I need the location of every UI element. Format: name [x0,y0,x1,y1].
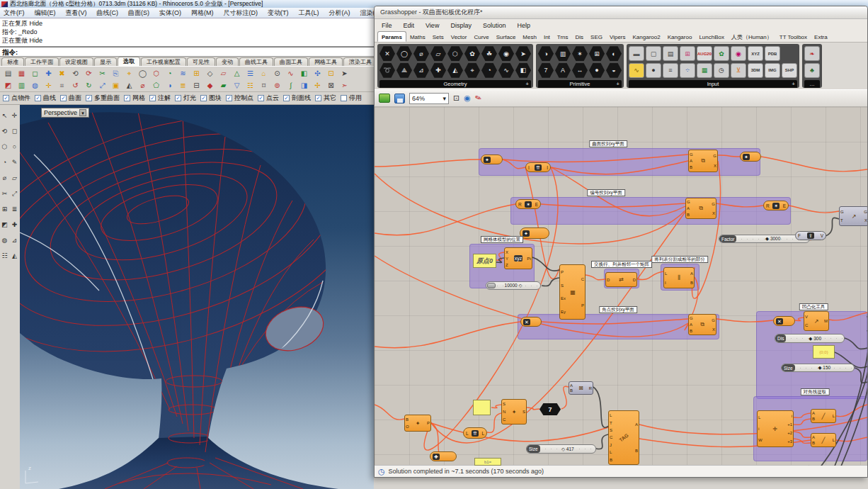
component-square-icon[interactable]: 3DM [748,63,763,78]
geometry-pipeline-capsule[interactable]: ✦ [481,154,503,164]
component-square-icon[interactable]: AUG20 [697,46,712,61]
gh-tab-Surface[interactable]: Surface [493,33,520,42]
panel-small[interactable] [473,400,491,415]
checkbox-icon[interactable]: ✓ [200,95,207,101]
component-square-icon[interactable]: ❧ [804,46,820,61]
component-square-icon[interactable]: ♣ [804,63,820,78]
filter-点云[interactable]: ✓点云 [258,94,279,103]
rhino-tool-icon[interactable]: ⊞ [190,68,203,79]
grasshopper-tab-strip[interactable]: ParamsMathsSetsVectorCurveSurfaceMeshInt… [375,31,867,43]
preview-eye-icon[interactable]: ◉ [464,94,471,103]
gh-menu-help[interactable]: Help [517,22,530,29]
component-hex-icon[interactable]: A [555,63,571,78]
geometry-capsule-3[interactable]: ✦ [520,227,549,239]
component-hex-icon[interactable]: ⊿ [413,63,429,78]
duplicate-data-component[interactable]: SNC✦S [501,399,527,425]
rhino-tool-icon[interactable]: ◻ [28,68,42,79]
rhino-tool-icon[interactable]: ⊚ [270,80,284,91]
rhino-tool-icon[interactable]: ⌖ [122,68,136,79]
rhino-side-tool-icon[interactable]: ⟲ [0,123,9,139]
slider-dis[interactable]: Dis◆ 300 [775,334,845,343]
rhino-tool-icon[interactable]: ▦ [15,68,28,79]
rhino-side-tool-icon[interactable]: ⬡ [0,139,9,154]
rhino-tool-icon[interactable]: ⟲ [69,68,82,79]
gh-tab-SEG[interactable]: SEG [587,33,606,42]
rhino-tool-icon[interactable]: ✂ [96,68,109,79]
rhino-tool-icon[interactable]: ⌀ [136,80,149,91]
component-square-icon[interactable]: XYZ [748,46,763,61]
gh-menu-solution[interactable]: Solution [483,22,506,29]
bump-capsule[interactable]: ✕ [773,316,795,326]
rhino-tab-工作视窗配置[interactable]: 工作视窗配置 [141,57,186,66]
sketch-pen-icon[interactable]: ✎ [474,93,483,103]
rhino-menu-曲线(C)[interactable]: 曲线(C) [97,9,119,18]
checkbox-icon[interactable]: ✓ [124,95,130,101]
rhino-tool-icon[interactable]: ◇ [203,68,217,79]
rhino-tool-icon[interactable]: ↺ [69,80,82,91]
flip-matrix-component[interactable]: D⇄D [605,272,637,287]
component-hex-icon[interactable]: ➰ [379,63,395,78]
line-component-2[interactable]: AB╱L [811,433,836,447]
filter-停用[interactable]: 停用 [341,94,362,103]
filter-图块[interactable]: ✓图块 [200,94,222,103]
gh-tab-Maths[interactable]: Maths [406,33,429,42]
gh-tab-Sets[interactable]: Sets [429,33,447,42]
gh-tab-Extra[interactable]: Extra [811,33,831,42]
component-hex-icon[interactable]: ◉ [498,46,514,61]
viewport-title-tab[interactable]: Perspective ▾ [41,108,89,118]
component-square-icon[interactable]: ◉ [731,46,746,61]
component-hex-icon[interactable]: ⌖ [464,63,480,78]
rhino-tool-icon[interactable]: ∿ [284,68,297,79]
rhino-menu-工具(L)[interactable]: 工具(L) [299,9,319,18]
rhino-tool-icon[interactable]: ◧ [297,68,311,79]
checkbox-icon[interactable]: ✓ [283,95,290,101]
filter-网格[interactable]: ✓网格 [124,94,145,103]
component-hex-icon[interactable]: ◔ [481,63,497,78]
component-hex-icon[interactable]: ▱ [430,46,446,61]
rhino-menu-实体(O)[interactable]: 实体(O) [159,9,181,18]
gh-menu-view[interactable]: View [426,22,439,29]
gh-tab-人类（Human）[interactable]: 人类（Human） [728,33,776,42]
grasshopper-title-bar[interactable]: Grasshopper - 双曲面铝板优化程序* [375,6,867,19]
grasshopper-canvas[interactable]: 曲面投到xy平面编号投到xy平面网格体模型的位置交换行、列并相邻一个矩阵将列表分… [375,107,867,466]
rhino-tool-icon[interactable]: ⊙ [270,68,284,79]
gh-tab-LunchBox[interactable]: LunchBox [695,33,728,42]
rhino-tool-icon[interactable]: ▽ [230,80,244,91]
rhino-tool-icon[interactable]: ◑ [163,80,176,91]
rhino-tab-可见性[interactable]: 可见性 [187,57,215,66]
rhino-menu-曲面(S)[interactable]: 曲面(S) [128,9,149,18]
component-square-icon[interactable]: ⊻ [731,63,746,78]
component-square-icon[interactable]: ▢ [646,46,661,61]
relay-capsule-2[interactable]: R✶E [763,201,789,210]
rhino-side-tool-icon[interactable]: ↖ [0,108,9,123]
component-hex-icon[interactable]: ◯ [396,46,412,61]
series-shift-component[interactable]: LiW✛i+1+2+3 [757,410,794,447]
gh-tab-Mesh[interactable]: Mesh [519,33,540,42]
project-corner-component[interactable]: GAB⧉GX [688,314,716,335]
rhino-menu-编辑(E)[interactable]: 编辑(E) [35,9,56,18]
component-square-icon[interactable]: ⁘ [680,63,695,78]
checkbox-icon[interactable]: ✓ [3,95,9,101]
grasshopper-menu-bar[interactable]: FileEditViewDisplaySolutionHelp [375,19,867,31]
rhino-tool-icon[interactable]: ⬠ [149,80,163,91]
rhino-side-tool-icon[interactable]: ◍ [0,232,9,248]
rhino-tool-icon[interactable]: ◯ [136,68,149,79]
filter-曲线[interactable]: ✓曲线 [35,94,56,103]
rhino-tool-icon[interactable]: ◭ [122,80,136,91]
checkbox-icon[interactable]: ✓ [86,95,92,101]
component-square-icon[interactable]: ≡ [663,63,678,78]
rhino-tool-icon[interactable]: ☷ [244,80,257,91]
gh-tab-Int[interactable]: Int [540,33,554,42]
filter-多重曲面[interactable]: ✓多重曲面 [86,94,120,103]
rhino-tab-标准[interactable]: 标准 [1,57,24,66]
filter-灯光[interactable]: ✓灯光 [175,94,196,103]
component-hex-icon[interactable]: ⊞ [589,46,605,61]
rhino-side-tool-icon[interactable]: ⌀ [0,170,9,186]
gh-menu-edit[interactable]: Edit [404,22,415,29]
integer-7[interactable]: 7 [539,403,561,415]
component-hex-icon[interactable]: ⟁ [396,63,412,78]
canvas-group[interactable] [510,197,791,225]
rhino-side-tool-icon[interactable]: ✎ [10,154,19,170]
rhino-menu-分析(A)[interactable]: 分析(A) [329,9,350,18]
checkbox-icon[interactable]: ✓ [60,95,67,101]
